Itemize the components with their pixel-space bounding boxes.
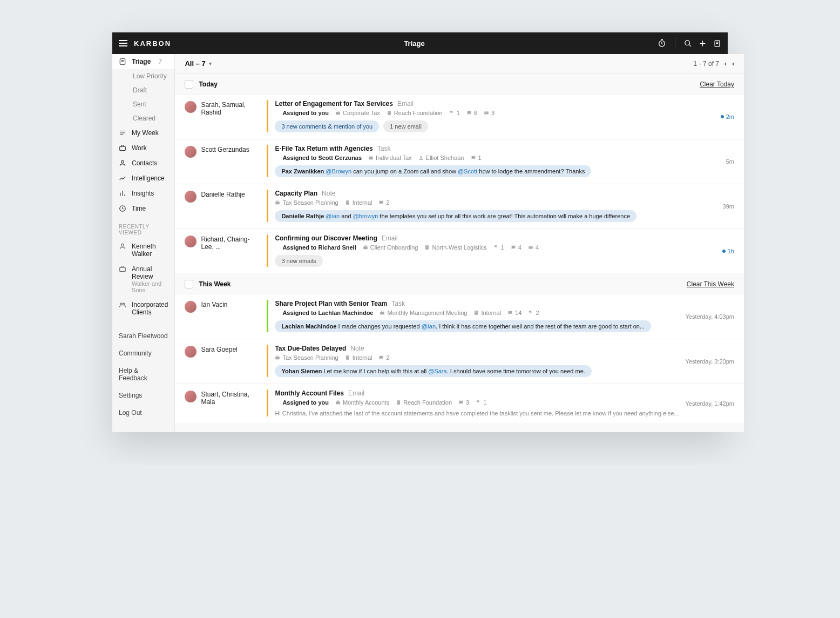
recent-item[interactable]: Annual ReviewWalker and Sons xyxy=(112,261,174,297)
svg-point-7 xyxy=(121,244,124,246)
mention-row: Yohan Siemen Let me know if I can help w… xyxy=(275,365,679,377)
card-type: Task xyxy=(377,145,391,152)
svg-rect-37 xyxy=(476,313,476,313)
card-body: Monthly Account Files Email Assigned to … xyxy=(275,389,679,417)
sidebar-sub-draft[interactable]: Draft xyxy=(112,83,174,97)
triage-card[interactable]: Sara Goepel Tax Due-Dates Delayed Note T… xyxy=(175,339,744,384)
card-people: Sarah, Samual, Rashid xyxy=(185,100,260,132)
triage-card[interactable]: Scott Gerzundas E-File Tax Return with A… xyxy=(175,139,744,184)
avatar xyxy=(185,346,197,358)
svg-rect-16 xyxy=(390,113,390,113)
svg-rect-12 xyxy=(388,111,391,115)
card-type: Note xyxy=(322,190,335,197)
topbar-actions xyxy=(658,38,721,48)
pager-prev-icon[interactable]: ‹ xyxy=(724,60,727,68)
assigned-chip: Assigned to Lachlan Machindoe xyxy=(275,310,373,316)
pager-next-icon[interactable]: › xyxy=(732,60,734,68)
pager: 1 - 7 of 7 ‹ › xyxy=(694,60,734,68)
section-checkbox[interactable] xyxy=(185,80,193,89)
mention-pill[interactable]: Danielle Rathje @ian and @browyn the tem… xyxy=(275,210,636,222)
pager-text: 1 - 7 of 7 xyxy=(694,60,719,68)
card-subject: Tax Due-Dates Delayed xyxy=(275,345,346,352)
sidebar-sub-sent[interactable]: Sent xyxy=(112,97,174,111)
card-body: Confirming our Discover Meeting Email As… xyxy=(275,234,715,267)
footer-item-sarah-fleetwood[interactable]: Sarah Fleetwood xyxy=(112,327,174,345)
svg-rect-15 xyxy=(388,113,389,113)
sidebar-item-my-week[interactable]: My Week xyxy=(112,125,174,140)
card-meta: Assigned to Richard SnellClient Onboardi… xyxy=(275,244,715,251)
my week-icon xyxy=(119,129,126,137)
svg-rect-21 xyxy=(346,200,349,205)
mention-pill[interactable]: Yohan Siemen Let me know if I can help w… xyxy=(275,365,591,377)
sidebar-sub-low-priority[interactable]: Low Priority xyxy=(112,69,174,83)
assigned-chip: Assigned to Scott Gerzunas xyxy=(275,154,362,161)
pill[interactable]: 3 new comments & mention of you xyxy=(275,120,379,132)
status-bar xyxy=(267,300,268,332)
footer-item-settings[interactable]: Settings xyxy=(112,387,174,404)
card-subject: Confirming our Discover Meeting xyxy=(275,234,377,242)
app-window: KARBON Triage Triage7Low PriorityDraftSe… xyxy=(112,32,728,432)
card-meta: Tax Season PlanningInternal2 xyxy=(275,199,716,206)
status-bar xyxy=(267,345,268,377)
mention-pill[interactable]: Lachlan Machindoe I made changes you req… xyxy=(275,320,651,332)
card-meta: Assigned to Lachlan MachindoeMonthly Man… xyxy=(275,310,679,316)
mention-pill[interactable]: Pax Zwanikken @Browyn can you jump on a … xyxy=(275,165,591,177)
triage-icon xyxy=(119,58,126,65)
recent-item[interactable]: Incorporated Clients xyxy=(112,297,174,320)
triage-card[interactable]: Stuart, Christina, Maia Monthly Account … xyxy=(175,384,744,423)
avatar xyxy=(185,191,197,203)
section-header: This WeekClear This Week xyxy=(175,273,744,294)
sidebar-item-contacts[interactable]: Contacts xyxy=(112,156,174,171)
pill[interactable]: 1 new email xyxy=(383,120,428,132)
card-type: Email xyxy=(397,100,414,108)
recent-item[interactable]: Kenneth Walker xyxy=(112,239,174,261)
sidebar-sub-cleared[interactable]: Cleared xyxy=(112,111,174,125)
section-checkbox[interactable] xyxy=(185,280,193,288)
sidebar-item-time[interactable]: Time xyxy=(112,201,174,216)
menu-icon[interactable] xyxy=(119,40,127,46)
svg-rect-33 xyxy=(381,312,385,314)
footer-item-community[interactable]: Community xyxy=(112,345,174,362)
card-type: Task xyxy=(391,300,405,307)
svg-rect-13 xyxy=(388,112,389,112)
mention-row: Lachlan Machindoe I made changes you req… xyxy=(275,320,679,332)
triage-card[interactable]: Ian Vacin Share Project Plan with Senior… xyxy=(175,294,744,339)
comment-chip: 6 xyxy=(466,110,477,116)
recent-item-label: Incorporated Clients xyxy=(132,301,168,316)
sidebar-item-label: Intelligence xyxy=(132,174,165,182)
clear-link[interactable]: Clear Today xyxy=(700,80,734,88)
triage-card[interactable]: Danielle Rathje Capacity Plan Note Tax S… xyxy=(175,184,744,229)
sidebar-item-intelligence[interactable]: Intelligence xyxy=(112,171,174,186)
people-names: Danielle Rathje xyxy=(201,191,245,198)
card-time: Yesterday, 4:03pm xyxy=(685,300,734,332)
briefcase-chip: Corporate Tax xyxy=(335,110,380,116)
unread-dot-icon xyxy=(721,115,724,118)
card-time: 5m xyxy=(726,145,734,177)
briefcase-chip: Tax Season Planning xyxy=(275,199,338,206)
svg-rect-48 xyxy=(399,401,399,402)
triage-card[interactable]: Sarah, Samual, Rashid Letter of Engageme… xyxy=(175,94,744,139)
avatar xyxy=(185,236,197,247)
chevron-down-icon[interactable]: ▾ xyxy=(209,61,212,66)
notes-icon[interactable] xyxy=(713,39,721,48)
card-people: Richard, Chaing-Lee, ... xyxy=(185,234,260,267)
svg-rect-42 xyxy=(348,357,349,357)
card-people: Sara Goepel xyxy=(185,345,260,377)
plus-icon[interactable] xyxy=(699,39,707,48)
footer-item-help-feedback[interactable]: Help & Feedback xyxy=(112,362,174,387)
card-meta: Tax Season PlanningInternal2 xyxy=(275,354,679,361)
sidebar-item-triage[interactable]: Triage7 xyxy=(112,54,174,69)
mail-chip: 4 xyxy=(528,244,539,251)
sidebar-item-insights[interactable]: Insights xyxy=(112,186,174,201)
sidebar-item-work[interactable]: Work xyxy=(112,140,174,156)
footer-item-log-out[interactable]: Log Out xyxy=(112,404,174,421)
search-icon[interactable] xyxy=(684,39,692,48)
triage-card[interactable]: Richard, Chaing-Lee, ... Confirming our … xyxy=(175,229,744,273)
people-names: Scott Gerzundas xyxy=(201,146,249,153)
timer-icon[interactable] xyxy=(658,39,666,48)
person-chip: Elliot Shehaan xyxy=(418,154,464,161)
pill[interactable]: 3 new emails xyxy=(275,255,322,267)
filter-label[interactable]: All – 7 xyxy=(185,59,205,68)
clear-link[interactable]: Clear This Week xyxy=(687,280,734,288)
svg-rect-35 xyxy=(476,312,476,312)
